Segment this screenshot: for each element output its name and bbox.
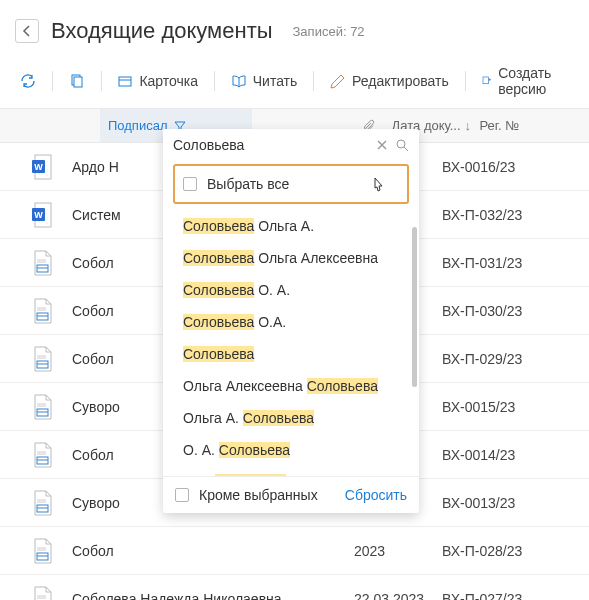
- svg-rect-4: [483, 77, 488, 84]
- cell-reg: ВХ-0013/23: [442, 495, 589, 511]
- filter-option[interactable]: Соловьева: [177, 338, 415, 370]
- cell-name: Суворо: [72, 495, 142, 511]
- select-all-row[interactable]: Выбрать все: [173, 164, 409, 204]
- svg-rect-1: [74, 77, 82, 87]
- file-icon: W: [12, 202, 72, 228]
- except-label: Кроме выбранных: [199, 487, 318, 503]
- filter-option[interactable]: Соловьева О. А.: [177, 274, 415, 306]
- svg-rect-2: [119, 77, 131, 86]
- filter-option[interactable]: Ольга А. Соловьева: [177, 402, 415, 434]
- page-header: Входящие документы Записей: 72: [0, 0, 589, 54]
- create-version-label: Создать версию: [498, 65, 569, 97]
- cell-name: Собол: [72, 447, 142, 463]
- cell-name: Собол: [72, 543, 142, 559]
- edit-label: Редактировать: [352, 73, 449, 89]
- cell-date: 22.03.2023: [354, 591, 442, 601]
- arrow-left-icon: [20, 24, 34, 38]
- table-row[interactable]: Соболева Надежда Николаевна22.03.2023ВХ-…: [0, 575, 589, 600]
- copy-icon: [69, 73, 85, 89]
- filter-popup: Выбрать все Соловьева Ольга А.Соловьева …: [163, 129, 419, 513]
- cell-reg: ВХ-П-029/23: [442, 351, 589, 367]
- card-label: Карточка: [139, 73, 198, 89]
- page-title: Входящие документы: [51, 18, 273, 44]
- edit-button[interactable]: Редактировать: [322, 68, 457, 94]
- filter-option[interactable]: Ольга Алексеевна Соловьева: [177, 370, 415, 402]
- svg-text:W: W: [34, 162, 43, 172]
- book-icon: [231, 73, 247, 89]
- toolbar: Карточка Читать Редактировать Создать ве…: [0, 54, 589, 109]
- cell-name: Систем: [72, 207, 142, 223]
- cell-name: Ардо Н: [72, 159, 142, 175]
- pointer-cursor-icon: [369, 176, 387, 198]
- file-icon: [12, 298, 72, 324]
- separator: [101, 71, 102, 91]
- records-count: Записей: 72: [293, 24, 365, 39]
- file-icon: [12, 586, 72, 601]
- separator: [313, 71, 314, 91]
- file-icon: W: [12, 154, 72, 180]
- file-icon: [12, 538, 72, 564]
- card-icon: [117, 73, 133, 89]
- svg-text:W: W: [34, 210, 43, 220]
- cell-reg: ВХ-П-032/23: [442, 207, 589, 223]
- filter-option[interactable]: О.А. Соловьева: [177, 466, 415, 476]
- file-icon: [12, 442, 72, 468]
- filter-option[interactable]: Соловьева Ольга Алексеевна: [177, 242, 415, 274]
- filter-search-row: [163, 129, 419, 161]
- separator: [465, 71, 466, 91]
- cell-date: 2023: [354, 543, 442, 559]
- card-button[interactable]: Карточка: [109, 68, 206, 94]
- column-signer-label: Подписал: [108, 118, 168, 133]
- reset-button[interactable]: Сбросить: [345, 487, 407, 503]
- filter-option[interactable]: Соловьева Ольга А.: [177, 210, 415, 242]
- file-icon: [12, 490, 72, 516]
- refresh-button[interactable]: [12, 68, 44, 94]
- column-reg-no[interactable]: Рег. №: [480, 118, 590, 133]
- cell-name: Соболева Надежда Николаевна: [72, 591, 324, 601]
- file-icon: [12, 346, 72, 372]
- cell-name: Суворо: [72, 399, 142, 415]
- select-all-checkbox[interactable]: [183, 177, 197, 191]
- cell-reg: ВХ-0016/23: [442, 159, 589, 175]
- search-icon[interactable]: [395, 138, 409, 152]
- table-row[interactable]: Собол2023ВХ-П-028/23: [0, 527, 589, 575]
- back-button[interactable]: [15, 19, 39, 43]
- copy-button[interactable]: [61, 68, 93, 94]
- cell-reg: ВХ-П-027/23: [442, 591, 589, 601]
- cell-name: Собол: [72, 255, 142, 271]
- create-version-button[interactable]: Создать версию: [473, 60, 577, 102]
- filter-option[interactable]: Соловьева О.А.: [177, 306, 415, 338]
- file-icon: [12, 394, 72, 420]
- filter-footer: Кроме выбранных Сбросить: [163, 476, 419, 513]
- read-label: Читать: [253, 73, 298, 89]
- version-icon: [481, 73, 492, 89]
- pencil-icon: [330, 73, 346, 89]
- cell-name: Собол: [72, 351, 142, 367]
- separator: [214, 71, 215, 91]
- cell-reg: ВХ-П-030/23: [442, 303, 589, 319]
- refresh-icon: [20, 73, 36, 89]
- read-button[interactable]: Читать: [223, 68, 306, 94]
- file-icon: [12, 250, 72, 276]
- select-all-label: Выбрать все: [207, 176, 289, 192]
- clear-icon[interactable]: [375, 138, 389, 152]
- filter-option[interactable]: О. А. Соловьева: [177, 434, 415, 466]
- filter-options-list: Соловьева Ольга А.Соловьева Ольга Алексе…: [163, 210, 419, 476]
- svg-point-43: [397, 140, 405, 148]
- cell-reg: ВХ-П-028/23: [442, 543, 589, 559]
- cell-name: Собол: [72, 303, 142, 319]
- cell-reg: ВХ-П-031/23: [442, 255, 589, 271]
- cell-reg: ВХ-0015/23: [442, 399, 589, 415]
- cell-reg: ВХ-0014/23: [442, 447, 589, 463]
- filter-search-input[interactable]: [173, 137, 367, 153]
- except-checkbox[interactable]: [175, 488, 189, 502]
- separator: [52, 71, 53, 91]
- scrollbar[interactable]: [412, 227, 417, 387]
